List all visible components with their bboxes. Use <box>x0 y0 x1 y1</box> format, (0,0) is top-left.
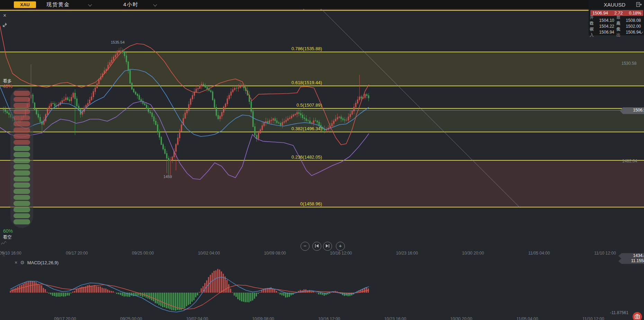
gauge-pill-bear <box>14 219 30 224</box>
zoom-out-button[interactable]: − <box>301 242 310 251</box>
indicator-chart-icon[interactable] <box>1 240 7 246</box>
axis-price-upper: 1530.58 <box>621 61 636 66</box>
fib-label: 0(1458.96) <box>0 201 322 206</box>
svg-text:A: A <box>3 254 5 257</box>
gauge-pill-bull <box>14 97 30 102</box>
bear-label: 看空 <box>3 234 12 240</box>
quote-row: 买入1506.94卖出1506.94 <box>590 29 643 35</box>
gauge-pill-bear <box>14 195 30 200</box>
quote-field-label: 买入 <box>590 26 598 38</box>
quote-panel: XAUUSD 1506.94 2.72 0.18% 开盘1504.10最高150… <box>589 0 644 35</box>
time-label: 11/10 12:00 <box>582 317 604 320</box>
current-price-tag: 1506.94 <box>620 107 644 114</box>
time-label: 09/17 20:00 <box>54 317 76 320</box>
gauge-pill-bear <box>14 170 30 176</box>
zoom-in-button[interactable]: + <box>336 242 345 251</box>
timeframe-chevron-down-icon[interactable] <box>153 2 157 6</box>
time-label: 10/23 16:00 <box>396 251 418 256</box>
fib-label: 0.382(1496.34) <box>0 126 322 131</box>
time-label: 11/10 12:00 <box>594 251 616 256</box>
gauge-pill-bull <box>14 115 30 121</box>
quote-field-value: 1508.08 <box>626 18 641 23</box>
timeframe-select[interactable]: 4小时 <box>123 1 138 8</box>
gauge-pill-bull <box>14 134 30 139</box>
time-label: 10/09 08:00 <box>264 251 286 256</box>
wave-annotation-icon[interactable]: A <box>1 251 7 257</box>
top-toolbar: XAU 现货黄金 4小时 <box>0 0 644 9</box>
time-label: 09/17 20:00 <box>66 251 88 256</box>
fib-label: 0.618(1519.44) <box>0 80 322 85</box>
time-label: 10/16 12:00 <box>318 317 340 320</box>
symbol-name[interactable]: 现货黄金 <box>46 1 70 8</box>
time-label: 09/25 00:00 <box>120 317 142 320</box>
quote-field-value: 1506.94 <box>599 30 614 35</box>
time-label: 10/30 20:00 <box>462 251 484 256</box>
quote-field-value: 1506.94 <box>626 30 641 35</box>
gauge-pill-bear <box>14 207 30 212</box>
macd-close-icon[interactable]: × <box>15 260 17 265</box>
peak-price-label: 1535.54 <box>111 40 125 44</box>
time-label: 09/25 00:00 <box>132 251 154 256</box>
quote-field-value: 1502.00 <box>626 24 641 29</box>
macd-title: MACD(12,26,9) <box>27 260 59 265</box>
gauge-pill-bull <box>14 140 30 145</box>
quote-change-pct: 0.18% <box>629 11 641 16</box>
time-label: 10/09 08:00 <box>252 317 274 320</box>
go-end-button[interactable] <box>323 242 332 251</box>
gauge-pill-bear <box>14 183 30 188</box>
quote-field-value: 1504.22 <box>599 24 614 29</box>
gauge-pill-bear <box>14 177 30 182</box>
quote-field-label: 卖出 <box>616 26 625 38</box>
low-price-label: 1459 <box>163 175 172 179</box>
skip-end-icon <box>325 244 330 248</box>
quote-field-value: 1504.10 <box>599 18 614 23</box>
fib-label: 0.786(1535.88) <box>0 46 322 51</box>
close-icon[interactable]: × <box>3 12 6 19</box>
time-label: 10/30 20:00 <box>450 317 472 320</box>
time-label: 11/05 04:00 <box>528 251 550 256</box>
symbol-badge: XAU <box>14 1 36 8</box>
macd-scale-low: -11.87561 <box>610 310 628 315</box>
gauge-pill-bear <box>14 146 30 151</box>
time-label: 11/05 04:00 <box>517 317 538 320</box>
pane-bottom-price-tag: 1434.49 <box>618 253 644 259</box>
fib-label: 0.5(1507.89) <box>0 103 322 108</box>
time-label: 10/02 04:00 <box>198 251 220 256</box>
screenshot-alert-badge[interactable] <box>633 312 642 320</box>
gauge-pill-bear <box>14 213 30 219</box>
bear-percent: 60% <box>3 228 13 234</box>
collapse-arrows-icon[interactable] <box>2 21 8 28</box>
camera-icon <box>633 312 642 320</box>
macd-settings-icon[interactable]: ⚙ <box>20 260 25 265</box>
gauge-pill-bear <box>14 164 30 169</box>
symbol-chevron-down-icon[interactable] <box>88 2 92 6</box>
gauge-pill-bear <box>14 189 30 194</box>
trading-app: { "toolbar":{"symbol_badge":"XAU","symbo… <box>0 0 644 320</box>
axis-price-lower: 1482.04 <box>622 159 637 163</box>
go-start-button[interactable] <box>312 242 321 251</box>
macd-header: × ⚙ MACD(12,26,9) <box>15 260 59 265</box>
macd-value-tag: 11.15588 <box>618 258 644 264</box>
fib-label: 0.236(1482.05) <box>0 154 322 160</box>
gauge-pill-bull <box>14 121 30 126</box>
panel-toggle-icon[interactable] <box>636 2 642 7</box>
current-price-line <box>0 110 621 110</box>
time-label: 10/02 04:00 <box>186 317 208 320</box>
time-label: 10/16 12:00 <box>330 251 352 256</box>
gauge-pill-bull <box>14 91 30 96</box>
skip-start-icon <box>315 244 319 248</box>
time-label: 10/23 16:00 <box>384 317 406 320</box>
quote-symbol-title: XAUUSD <box>589 2 641 8</box>
